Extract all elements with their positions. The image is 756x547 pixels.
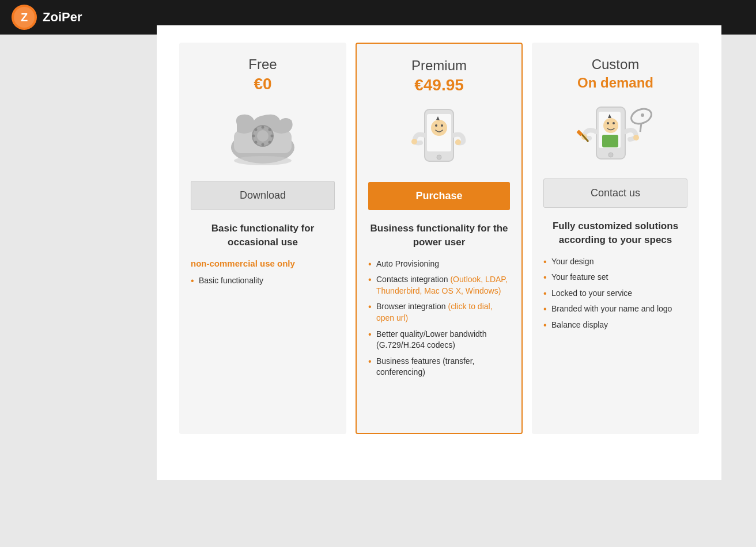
svg-point-16: [271, 134, 274, 137]
premium-feature-3: Browser integration (click to dial, open…: [368, 301, 510, 324]
custom-feature-1: Your design: [543, 256, 687, 268]
premium-plan-description: Business functionality for the power use…: [368, 222, 510, 249]
custom-mascot-icon: [572, 100, 659, 169]
svg-point-17: [269, 140, 271, 143]
svg-point-25: [431, 120, 447, 136]
svg-point-15: [269, 128, 271, 131]
premium-feature-1: Auto Provisioning: [368, 259, 510, 270]
custom-feature-list: Your design Your feature set Locked to y…: [543, 256, 687, 331]
svg-point-18: [262, 143, 264, 146]
premium-feature-list: Auto Provisioning Contacts integration (…: [368, 259, 510, 378]
svg-point-29: [411, 139, 417, 145]
premium-plan-card: Premium €49.95: [356, 43, 523, 434]
custom-feature-2: Your feature set: [543, 272, 687, 283]
svg-point-44: [633, 135, 639, 140]
svg-point-26: [435, 124, 437, 127]
premium-plan-image: [368, 104, 510, 173]
svg-point-37: [603, 118, 618, 133]
purchase-button[interactable]: Purchase: [368, 182, 510, 210]
svg-point-33: [641, 113, 644, 117]
premium-plan-title: Premium: [368, 58, 510, 74]
pricing-grid: Free €0: [168, 43, 710, 434]
zoiper-logo-icon: Z: [12, 5, 37, 30]
svg-point-28: [437, 155, 441, 159]
svg-point-38: [607, 122, 609, 124]
svg-point-39: [613, 122, 615, 124]
free-plan-note: non-commercial use only: [191, 259, 335, 268]
custom-feature-4: Branded with your name and logo: [543, 303, 687, 315]
custom-feature-5: Balance display: [543, 320, 687, 331]
premium-feature-4: Better quality/Lower bandwidth (G.729/H.…: [368, 329, 510, 351]
premium-plan-price: €49.95: [368, 76, 510, 94]
mobile-mascot-icon: [405, 104, 474, 173]
contact-button[interactable]: Contact us: [543, 178, 687, 208]
free-plan-image: [191, 102, 335, 172]
free-feature-list: Basic functionality: [191, 275, 335, 287]
svg-point-20: [252, 134, 255, 137]
custom-plan-image: [543, 100, 687, 169]
svg-point-40: [608, 153, 613, 157]
svg-point-13: [257, 130, 269, 142]
svg-point-21: [255, 128, 258, 131]
free-feature-item: Basic functionality: [191, 275, 335, 287]
rotary-phone-icon: [222, 104, 303, 170]
custom-plan-card: Custom On demand: [532, 43, 699, 434]
custom-plan-title: Custom: [543, 56, 687, 73]
svg-point-19: [255, 140, 258, 143]
custom-plan-price: On demand: [543, 75, 687, 91]
free-plan-price: €0: [191, 75, 335, 93]
svg-rect-36: [602, 135, 618, 147]
free-plan-title: Free: [191, 56, 335, 73]
premium-feature-5: Business features (transfer, conferencin…: [368, 356, 510, 378]
free-plan-description: Basic functionality for occasional use: [191, 222, 335, 249]
download-button[interactable]: Download: [191, 181, 335, 210]
logo-area: Z ZoiPer: [12, 5, 82, 30]
free-plan-card: Free €0: [179, 43, 346, 434]
svg-point-27: [441, 124, 443, 127]
custom-plan-description: Fully customized solutions according to …: [543, 219, 687, 247]
svg-line-32: [640, 123, 641, 132]
svg-point-30: [455, 139, 461, 145]
svg-text:Z: Z: [21, 11, 28, 24]
svg-point-22: [234, 156, 292, 165]
svg-point-14: [262, 126, 264, 128]
custom-feature-3: Locked to your service: [543, 288, 687, 299]
premium-feature-2: Contacts integration (Outlook, LDAP, Thu…: [368, 274, 510, 297]
logo-text: ZoiPer: [43, 10, 82, 25]
pricing-modal: Free €0: [157, 25, 721, 480]
